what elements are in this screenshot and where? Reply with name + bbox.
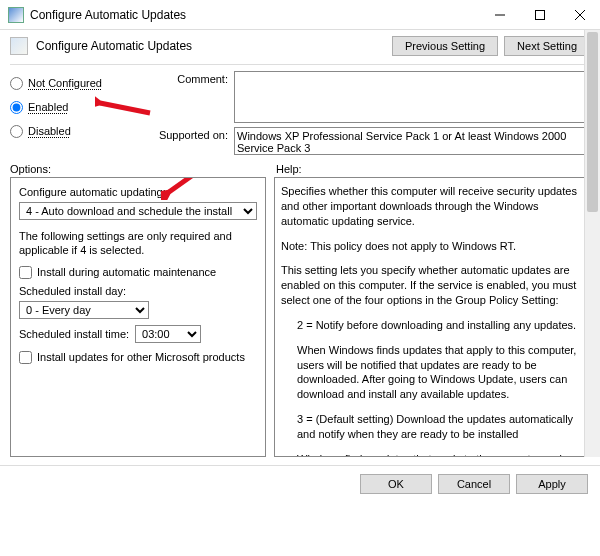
policy-icon (10, 37, 28, 55)
help-label: Help: (276, 163, 590, 175)
help-text: Windows finds updates that apply to the … (281, 452, 583, 457)
titlebar: Configure Automatic Updates (0, 0, 600, 30)
help-text: 2 = Notify before downloading and instal… (281, 318, 583, 333)
radio-disabled[interactable] (10, 125, 23, 138)
next-setting-button[interactable]: Next Setting (504, 36, 590, 56)
ok-button[interactable]: OK (360, 474, 432, 494)
minimize-button[interactable] (480, 0, 520, 30)
options-note: The following settings are only required… (19, 230, 257, 258)
checkbox-other-ms-products[interactable] (19, 351, 32, 364)
help-text: This setting lets you specify whether au… (281, 263, 583, 308)
radio-not-configured-label[interactable]: Not Configured (28, 77, 102, 89)
state-radio-group: Not Configured Enabled Disabled (10, 71, 150, 155)
window-title: Configure Automatic Updates (30, 8, 480, 22)
supported-on-label: Supported on: (150, 127, 228, 141)
scheduled-day-label: Scheduled install day: (19, 285, 257, 297)
help-pane[interactable]: Specifies whether this computer will rec… (274, 177, 590, 457)
scheduled-time-select[interactable]: 03:00 (135, 325, 201, 343)
help-text: 3 = (Default setting) Download the updat… (281, 412, 583, 442)
comment-textarea[interactable] (234, 71, 590, 123)
comment-label: Comment: (150, 71, 228, 85)
header: Configure Automatic Updates Previous Set… (0, 30, 600, 62)
scrollbar-thumb[interactable] (587, 32, 598, 212)
apply-button[interactable]: Apply (516, 474, 588, 494)
options-pane: Configure automatic updating: 4 - Auto d… (10, 177, 266, 457)
svg-rect-1 (536, 10, 545, 19)
help-text: When Windows finds updates that apply to… (281, 343, 583, 402)
configure-updating-label: Configure automatic updating: (19, 186, 257, 198)
radio-enabled-label[interactable]: Enabled (28, 101, 68, 113)
configure-updating-select[interactable]: 4 - Auto download and schedule the insta… (19, 202, 257, 220)
checkbox-install-maintenance-label[interactable]: Install during automatic maintenance (37, 266, 216, 278)
radio-disabled-label[interactable]: Disabled (28, 125, 71, 137)
checkbox-other-ms-products-label[interactable]: Install updates for other Microsoft prod… (37, 351, 245, 363)
maximize-button[interactable] (520, 0, 560, 30)
close-button[interactable] (560, 0, 600, 30)
scheduled-day-select[interactable]: 0 - Every day (19, 301, 149, 319)
help-text: Note: This policy does not apply to Wind… (281, 239, 583, 254)
separator (10, 64, 590, 65)
help-text: Specifies whether this computer will rec… (281, 184, 583, 229)
checkbox-install-maintenance[interactable] (19, 266, 32, 279)
options-label: Options: (10, 163, 266, 175)
cancel-button[interactable]: Cancel (438, 474, 510, 494)
header-title: Configure Automatic Updates (36, 39, 392, 53)
app-icon (8, 7, 24, 23)
previous-setting-button[interactable]: Previous Setting (392, 36, 498, 56)
window-scrollbar[interactable] (584, 30, 600, 457)
scheduled-time-label: Scheduled install time: (19, 328, 129, 340)
radio-not-configured[interactable] (10, 77, 23, 90)
radio-enabled[interactable] (10, 101, 23, 114)
footer: OK Cancel Apply (0, 465, 600, 502)
supported-on-textarea (234, 127, 590, 155)
